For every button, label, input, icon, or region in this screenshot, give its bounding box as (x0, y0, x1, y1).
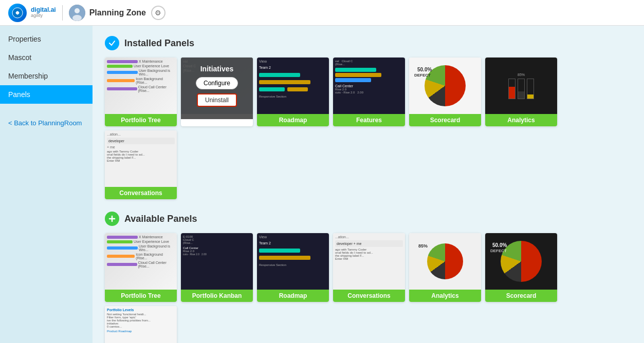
panel-card-analytics-av[interactable]: 85% Analytics (409, 233, 481, 302)
panel-thumbnail-analytics: 85% (485, 58, 557, 114)
available-section-title: Available Panels (124, 214, 197, 224)
panel-card-conversations[interactable]: ...ation... developer + me ago with Tamm… (105, 130, 177, 199)
panel-label-analytics: Analytics (485, 114, 557, 126)
panel-card-analytics[interactable]: 85% (485, 58, 557, 126)
panel-thumbnail-scorecard: 50.0% DEFECT (409, 58, 481, 114)
svg-point-4 (72, 15, 82, 21)
panel-thumbnail-analytics-av: 85% (409, 233, 481, 290)
panel-card-features[interactable]: val Cloud C (Rise... Call Center Rise 2.… (333, 58, 405, 126)
installed-panels-grid: X Maintenance User Experience Love User … (105, 58, 632, 199)
panel-thumbnail-initiatives: val Cloud C (Rise... Initiatives Configu… (181, 58, 253, 114)
panel-card-portfolio-tree[interactable]: X Maintenance User Experience Love User … (105, 58, 177, 126)
panel-label-features: Features (333, 114, 405, 126)
panel-label-conversations: Conversations (105, 187, 177, 199)
panel-card-conversations-av[interactable]: ...ation... developer + me ago with Tamm… (333, 233, 405, 302)
installed-section-title: Installed Panels (124, 38, 194, 49)
panel-card-roadmap[interactable]: View Team 2 Responsive Section Roadmap (257, 58, 329, 126)
available-icon (105, 212, 119, 226)
panel-thumbnail-roadmap: View Team 2 Responsive Section (257, 58, 329, 114)
panel-thumbnail-conversations-av: ...ation... developer + me ago with Tamm… (333, 233, 405, 290)
logo-icon (8, 4, 27, 22)
panel-thumbnail-conversations: ...ation... developer + me ago with Tamm… (105, 130, 177, 187)
panel-card-portfolio-kanban[interactable]: E-0100 Cloud C (Rise... Call Center Rise… (181, 233, 253, 302)
panel-label-portfolio-tree: Portfolio Tree (105, 114, 177, 126)
sidebar: Properties Mascot Membership Panels < Ba… (0, 26, 93, 343)
panel-thumbnail-kanban: E-0100 Cloud C (Rise... Call Center Rise… (181, 233, 253, 290)
logo: digital.ai agility (8, 4, 56, 22)
panel-label-scorecard-av: Scorecard (485, 290, 557, 302)
available-panels-grid: X Maintenance User Experience Love User … (105, 233, 632, 343)
svg-point-5 (107, 39, 117, 48)
panel-label-initiatives (181, 114, 253, 119)
panel-label-roadmap: Roadmap (257, 114, 329, 126)
svg-point-1 (16, 11, 19, 14)
content-area: Installed Panels X Maintenance User Expe… (93, 26, 644, 343)
panel-thumbnail-topics: Portfolio Levels Not setting 'functional… (105, 306, 177, 343)
panel-thumbnail-features: val Cloud C (Rise... Call Center Rise 2.… (333, 58, 405, 114)
panel-card-portfolio-tree-av[interactable]: X Maintenance User Experience Love User … (105, 233, 177, 302)
panel-card-topics[interactable]: Portfolio Levels Not setting 'functional… (105, 306, 177, 343)
panel-thumbnail-portfolio-av: X Maintenance User Experience Love User … (105, 233, 177, 290)
panel-label-portfolio-kanban: Portfolio Kanban (181, 290, 253, 302)
panel-label-scorecard: Scorecard (409, 114, 481, 126)
panel-card-roadmap-av[interactable]: View Team 2 Responsive Section Roadmap (257, 233, 329, 302)
installed-section-header: Installed Panels (105, 36, 632, 50)
available-section-header: Available Panels (105, 212, 632, 226)
panel-card-initiatives[interactable]: val Cloud C (Rise... Initiatives Configu… (181, 58, 253, 126)
sidebar-item-properties[interactable]: Properties (0, 30, 93, 48)
svg-point-3 (75, 8, 80, 13)
zone-title: Planning Zone (89, 8, 146, 17)
header-divider (62, 5, 63, 21)
sidebar-item-mascot[interactable]: Mascot (0, 48, 93, 67)
initiatives-overlay: Initiatives Configure Uninstall (181, 58, 253, 114)
panel-thumbnail-scorecard-av: 50.0% DEFECT (485, 233, 557, 290)
panel-thumbnail-roadmap-av: View Team 2 Responsive Section (257, 233, 329, 290)
panel-label-roadmap-av: Roadmap (257, 290, 329, 302)
panel-label-portfolio-tree-av: Portfolio Tree (105, 290, 177, 302)
panel-card-scorecard-av[interactable]: 50.0% DEFECT Scorecard (485, 233, 557, 302)
settings-gear-icon[interactable]: ⚙ (151, 6, 165, 20)
uninstall-button[interactable]: Uninstall (197, 93, 237, 107)
main-layout: Properties Mascot Membership Panels < Ba… (0, 26, 644, 343)
header: digital.ai agility Planning Zone ⚙ (0, 0, 644, 26)
sidebar-item-membership[interactable]: Membership (0, 67, 93, 85)
panel-thumbnail-portfolio: X Maintenance User Experience Love User … (105, 58, 177, 114)
sidebar-item-panels[interactable]: Panels (0, 85, 93, 104)
panel-card-scorecard[interactable]: 50.0% DEFECT Scorecard (409, 58, 481, 126)
panel-label-conversations-av: Conversations (333, 290, 405, 302)
back-to-planning-room[interactable]: < Back to PlanningRoom (0, 114, 93, 132)
logo-sub: agility (31, 13, 56, 18)
avatar (69, 5, 85, 21)
installed-icon (105, 36, 119, 50)
panel-label-analytics-av: Analytics (409, 290, 481, 302)
configure-button[interactable]: Configure (196, 77, 238, 89)
overlay-title: Initiatives (200, 65, 234, 73)
